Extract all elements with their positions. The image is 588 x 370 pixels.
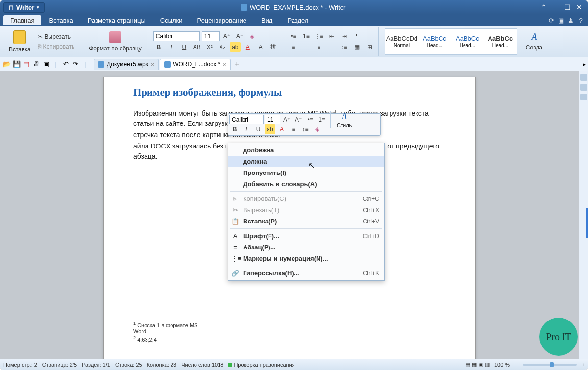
mini-decrease-font[interactable]: A⁻: [293, 115, 304, 124]
copy-button[interactable]: ⎘Копировать: [35, 42, 77, 51]
zoom-slider[interactable]: [523, 364, 577, 366]
menu-tab-1[interactable]: Вставка: [42, 15, 79, 25]
mini-underline[interactable]: U: [253, 124, 264, 134]
minimize-button[interactable]: —: [550, 3, 561, 11]
view-mode-icons[interactable]: ▤ ▦ ▣ ▥: [466, 361, 490, 368]
align-center-button[interactable]: ≣: [301, 42, 312, 52]
context-menu-item-2[interactable]: Пропустить(I): [228, 167, 384, 178]
context-menu-item-11[interactable]: ⋮≡Маркеры и нумерация(N)...: [228, 253, 384, 264]
sync-icon[interactable]: ⟳: [547, 17, 555, 24]
bold-button[interactable]: B: [153, 42, 164, 52]
decrease-indent-button[interactable]: ⇤: [326, 31, 337, 41]
close-button[interactable]: ✕: [574, 3, 585, 11]
open-icon[interactable]: 📂: [2, 60, 11, 69]
context-menu-item-13[interactable]: 🔗Гиперссылка(H)...Ctrl+K: [228, 268, 384, 279]
strike-button[interactable]: AB: [192, 42, 202, 52]
close-tab-icon[interactable]: ×: [222, 61, 226, 68]
help-icon[interactable]: ?: [577, 17, 585, 24]
status-words[interactable]: Число слов:1018: [181, 362, 223, 368]
bullet-list-button[interactable]: •≡: [288, 31, 299, 41]
menu-tab-4[interactable]: Рецензирование: [191, 15, 253, 25]
create-style-button[interactable]: A Созда: [523, 31, 545, 52]
new-tab-button[interactable]: +: [235, 60, 239, 69]
cut-button[interactable]: ✂Вырезать: [35, 32, 77, 41]
close-tab-icon[interactable]: ×: [151, 61, 155, 68]
style-item-1[interactable]: AaBbCcHead...: [418, 29, 451, 54]
toggle-marks-button[interactable]: ¶: [352, 31, 363, 41]
sidebar-tool-3[interactable]: [580, 94, 587, 100]
mini-clear[interactable]: ◈: [312, 124, 322, 134]
collapse-ribbon-icon[interactable]: ⌃: [539, 3, 549, 11]
increase-font-button[interactable]: A⁺: [221, 31, 232, 41]
status-spell[interactable]: Проверка правописания: [228, 362, 294, 368]
menu-tab-6[interactable]: Раздел: [280, 15, 315, 25]
mini-line-spacing[interactable]: ↕≡: [300, 124, 311, 134]
underline-button[interactable]: U: [179, 42, 190, 52]
status-zoom[interactable]: 100 %: [494, 362, 510, 368]
style-item-0[interactable]: AaBbCcDdNormal: [386, 29, 418, 54]
mini-size-select[interactable]: [265, 115, 280, 124]
align-justify-button[interactable]: ≣: [326, 42, 337, 52]
print-icon[interactable]: 🖶: [32, 60, 41, 69]
mini-increase-font[interactable]: A⁺: [281, 115, 292, 124]
sidebar-tool-2[interactable]: [580, 84, 587, 91]
mini-italic[interactable]: I: [241, 124, 252, 134]
document-tab-1[interactable]: WORD_E...docx *×: [160, 59, 231, 70]
menu-tab-2[interactable]: Разметка страницы: [81, 15, 152, 25]
menu-tab-5[interactable]: Вид: [254, 15, 280, 25]
preview-icon[interactable]: ▣: [42, 60, 50, 69]
multilevel-list-button[interactable]: ⋮≡: [314, 31, 324, 41]
superscript-button[interactable]: X²: [204, 42, 215, 52]
context-menu-item-0[interactable]: долбежна: [228, 145, 384, 156]
align-right-button[interactable]: ≡: [314, 42, 324, 52]
clear-format-button[interactable]: ◈: [247, 31, 258, 41]
mini-align[interactable]: ≡: [288, 124, 299, 134]
italic-button[interactable]: I: [166, 42, 177, 52]
shading-button[interactable]: ▦: [352, 42, 363, 52]
maximize-button[interactable]: ☐: [562, 3, 573, 11]
paste-button[interactable]: Вставка: [6, 29, 33, 54]
line-spacing-button[interactable]: ↕≡: [339, 42, 350, 52]
subscript-button[interactable]: X₂: [217, 42, 228, 52]
zoom-in-button[interactable]: +: [582, 362, 585, 368]
document-tab-0[interactable]: Документ5.wps×: [94, 59, 159, 70]
sidebar-tool-1[interactable]: [580, 74, 587, 81]
status-page[interactable]: Страница: 2/5: [42, 362, 77, 368]
context-menu-item-10[interactable]: ≡Абзац(P)...: [228, 242, 384, 253]
phonetic-button[interactable]: 拼: [268, 42, 279, 52]
options-icon[interactable]: ♟: [567, 17, 575, 24]
style-gallery[interactable]: AaBbCcDdNormalAaBbCcHead...AaBbCcHead...…: [385, 28, 517, 55]
format-painter-button[interactable]: Формат по образцу: [86, 30, 144, 53]
mini-bullets[interactable]: •≡: [305, 115, 316, 124]
char-border-button[interactable]: A: [255, 42, 266, 52]
borders-button[interactable]: ⊞: [365, 42, 375, 52]
context-menu-item-3[interactable]: Добавить в словарь(A): [228, 178, 384, 190]
context-menu-item-1[interactable]: должна: [228, 156, 384, 167]
status-page-num[interactable]: Номер стр.: 2: [3, 362, 37, 368]
context-menu-item-9[interactable]: AШрифт(F)...Ctrl+D: [228, 230, 384, 242]
font-color-button[interactable]: A: [243, 42, 253, 52]
app-menu-button[interactable]: ⊓ Writer ▾: [3, 2, 45, 13]
undo-icon[interactable]: ↶: [61, 60, 70, 69]
zoom-out-button[interactable]: −: [514, 362, 517, 368]
style-item-3[interactable]: AaBbCcHead...: [484, 29, 516, 54]
font-size-select[interactable]: [202, 31, 220, 41]
mini-font-select[interactable]: [229, 115, 264, 124]
redo-icon[interactable]: ↷: [71, 60, 80, 69]
status-line[interactable]: Строка: 25: [115, 362, 142, 368]
tabbar-menu-icon[interactable]: ▸: [583, 61, 586, 68]
highlight-button[interactable]: ab: [230, 42, 241, 52]
font-family-select[interactable]: [153, 31, 200, 41]
status-col[interactable]: Колонка: 23: [147, 362, 177, 368]
menu-tab-0[interactable]: Главная: [3, 15, 41, 25]
save-icon[interactable]: 💾: [12, 60, 21, 69]
mini-highlight[interactable]: ab: [265, 124, 275, 134]
save-icon[interactable]: ▣: [557, 17, 565, 24]
decrease-font-button[interactable]: A⁻: [234, 31, 245, 41]
mini-bold[interactable]: B: [229, 124, 240, 134]
align-left-button[interactable]: ≡: [288, 42, 299, 52]
context-menu-item-7[interactable]: 📋Вставка(P)Ctrl+V: [228, 216, 384, 227]
status-section[interactable]: Раздел: 1/1: [82, 362, 110, 368]
pdf-icon[interactable]: ▤: [22, 60, 31, 69]
mini-font-color[interactable]: A: [276, 124, 287, 134]
